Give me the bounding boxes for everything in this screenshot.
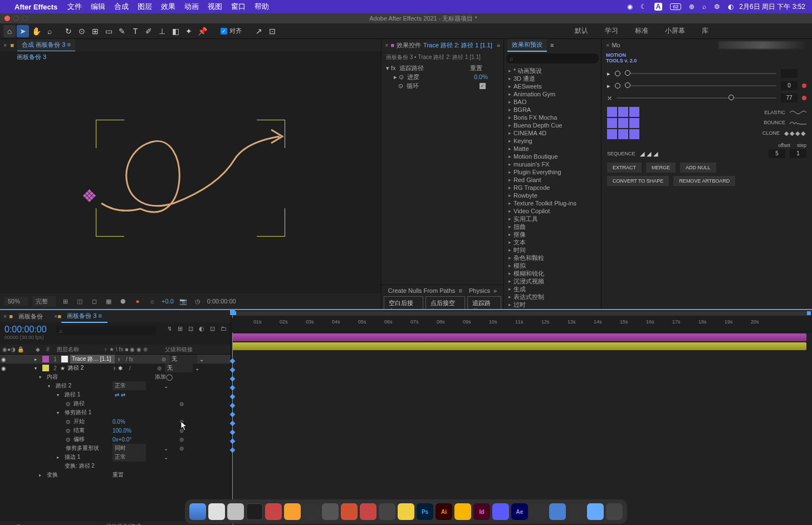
mt-slider-2[interactable] bbox=[625, 85, 776, 86]
illustrator-icon[interactable]: Ai bbox=[436, 503, 452, 520]
quality-select[interactable]: 完整 bbox=[32, 296, 56, 307]
grid-icon[interactable]: ⊞ bbox=[60, 296, 70, 306]
timeline-header-icons[interactable]: ↯⊞⊡◐⊡🗀 bbox=[167, 325, 227, 332]
eraser-tool[interactable]: ◧ bbox=[169, 25, 182, 37]
trash-icon[interactable] bbox=[606, 503, 623, 520]
composition-viewer[interactable] bbox=[0, 62, 381, 293]
preset-category[interactable]: Rowbyte bbox=[508, 192, 596, 199]
hand-tool[interactable]: ✋ bbox=[30, 25, 42, 37]
preset-category[interactable]: BGRA bbox=[508, 106, 596, 114]
preset-category[interactable]: 沉浸式视频 bbox=[508, 277, 596, 285]
home-button[interactable]: ⌂ bbox=[3, 25, 16, 37]
preset-category[interactable]: Motion Boutique bbox=[508, 153, 596, 160]
mt-val-0[interactable]: 0 bbox=[781, 81, 798, 90]
preset-category[interactable]: 生成 bbox=[508, 285, 596, 293]
start-value[interactable]: 0.0% bbox=[112, 419, 146, 425]
app-red-icon[interactable] bbox=[360, 503, 376, 520]
pickwhip-start[interactable]: ⊚ bbox=[179, 419, 184, 425]
spark-icon[interactable] bbox=[227, 503, 244, 520]
script-title[interactable]: Create Nulls From Paths bbox=[388, 287, 455, 294]
p-icon[interactable] bbox=[341, 503, 358, 520]
exposure-value[interactable]: +0.0 bbox=[162, 298, 174, 305]
safari-icon[interactable] bbox=[208, 503, 225, 520]
merge-button[interactable]: MERGE bbox=[646, 163, 676, 173]
zoom-select[interactable]: 50% bbox=[4, 297, 28, 306]
pen-tool[interactable]: ✎ bbox=[116, 25, 128, 37]
trace-marker[interactable] bbox=[86, 190, 94, 198]
comp-tab[interactable]: 合成 画板备份 3 ≡ bbox=[17, 39, 75, 52]
preset-category[interactable]: 3D 通道 bbox=[508, 75, 596, 82]
playhead[interactable] bbox=[232, 310, 233, 318]
preset-category[interactable]: muruain's FX bbox=[508, 160, 596, 168]
preset-category[interactable]: 过时 bbox=[508, 301, 596, 308]
workspace-learn[interactable]: 学习 bbox=[605, 26, 618, 36]
orbit-tool[interactable]: ↻ bbox=[62, 25, 75, 37]
mt-rec-icon[interactable] bbox=[802, 84, 806, 88]
comp-name-breadcrumb[interactable]: 画板备份 3 bbox=[0, 51, 381, 62]
viewer-timecode[interactable]: 0:00:00:00 bbox=[207, 298, 236, 305]
fx-tab-label[interactable]: 效果控件 bbox=[397, 41, 421, 50]
menu-edit[interactable]: 编辑 bbox=[91, 2, 105, 12]
preset-category[interactable]: 模糊和锐化 bbox=[508, 269, 596, 277]
prop-contents[interactable]: 内容 bbox=[47, 373, 102, 381]
track-layer-2[interactable] bbox=[232, 342, 806, 350]
netease-icon[interactable] bbox=[265, 503, 282, 520]
selection-tool[interactable]: ➤ bbox=[17, 25, 29, 37]
preset-category[interactable]: * 动画预设 bbox=[508, 67, 596, 75]
shape-tool[interactable]: ▭ bbox=[102, 25, 115, 37]
preset-category[interactable]: Keying bbox=[508, 137, 596, 145]
seq-offset[interactable]: 5 bbox=[769, 149, 785, 158]
preset-category[interactable]: 实用工具 bbox=[508, 215, 596, 223]
control-center-icon[interactable]: ⚙ bbox=[714, 3, 720, 11]
dark-app-icon[interactable] bbox=[322, 503, 339, 520]
transparency-icon[interactable]: ▦ bbox=[104, 296, 114, 306]
app-gray-icon[interactable] bbox=[379, 503, 395, 520]
parent-select-2[interactable]: 无 bbox=[165, 364, 193, 372]
prop-start[interactable]: 开始 bbox=[74, 418, 101, 425]
presets-search[interactable]: ⌕ bbox=[506, 53, 599, 63]
layer-color-1[interactable] bbox=[42, 356, 49, 362]
fx-tab-layer[interactable]: Trace 路径 2: 路径 1 [1.1] bbox=[423, 41, 492, 50]
folder-icon[interactable] bbox=[284, 503, 301, 520]
end-value[interactable]: 100.0% bbox=[112, 428, 146, 434]
preset-category[interactable]: Texture Toolkit Plug-ins bbox=[508, 199, 596, 207]
extract-button[interactable]: EXTRACT bbox=[607, 163, 642, 173]
preset-category[interactable]: 文本 bbox=[508, 238, 596, 246]
close-window-icon[interactable] bbox=[4, 16, 10, 21]
zoom-tool[interactable]: ⌕ bbox=[43, 25, 56, 37]
puppet-tool[interactable]: 📌 bbox=[196, 25, 208, 37]
parent-select-1[interactable]: 无 bbox=[169, 355, 197, 364]
brush-tool[interactable]: ✐ bbox=[143, 25, 155, 37]
channel-icon[interactable]: ● bbox=[133, 296, 143, 306]
pickwhip-trimm[interactable]: ⊚ bbox=[179, 445, 184, 452]
timeline-search[interactable]: ⌕ bbox=[56, 326, 156, 335]
offset-value[interactable]: 0x+0.0° bbox=[112, 436, 146, 443]
preset-category[interactable]: Matte bbox=[508, 145, 596, 153]
track-layer-1[interactable] bbox=[232, 333, 806, 341]
roto-tool[interactable]: ✦ bbox=[183, 25, 195, 37]
tl-tab-1[interactable]: 画板备份 bbox=[13, 311, 48, 322]
prop-stroke[interactable]: 描边 1 bbox=[65, 453, 120, 461]
mt-val-77[interactable]: 77 bbox=[781, 94, 798, 102]
addnull-button[interactable]: ADD NULL bbox=[680, 163, 716, 173]
app-blue2-icon[interactable] bbox=[492, 503, 509, 520]
preset-category[interactable]: 扭曲 bbox=[508, 223, 596, 230]
preset-category[interactable]: RG Trapcode bbox=[508, 184, 596, 192]
eye-icon-2[interactable]: ◉ bbox=[1, 365, 8, 371]
type-tool[interactable]: T bbox=[129, 25, 141, 37]
exposure-reset-icon[interactable]: ☼ bbox=[147, 296, 157, 306]
layer-row-2[interactable]: ◉ ▾ 2 ★ 路径 2 ♀✱/ ⊚ 无 ⌄ bbox=[0, 364, 231, 372]
menu-effect[interactable]: 效果 bbox=[161, 2, 175, 12]
script-physics[interactable]: Physics bbox=[469, 287, 490, 294]
clone-tool[interactable]: ⊥ bbox=[156, 25, 168, 37]
workspace-default[interactable]: 默认 bbox=[575, 26, 588, 36]
snap-extra-icon[interactable]: ⊡ bbox=[266, 25, 278, 37]
app-dark3-icon[interactable] bbox=[568, 503, 585, 520]
wifi-icon[interactable]: ⊕ bbox=[689, 3, 694, 11]
preset-category[interactable]: 抠像 bbox=[508, 230, 596, 238]
prop-path1[interactable]: 路径 1 bbox=[65, 391, 120, 399]
snapshot-icon[interactable]: 📷 bbox=[178, 296, 188, 306]
app-yellow-icon[interactable] bbox=[398, 503, 414, 520]
remove-artboard-button[interactable]: REMOVE ARTBOARD bbox=[673, 176, 735, 186]
app-blue3-icon[interactable] bbox=[549, 503, 566, 520]
